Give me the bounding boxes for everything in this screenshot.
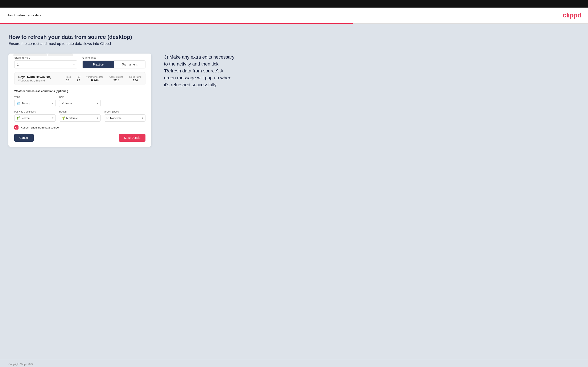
course-info-row: Royal North Devon GC, Westward Ho!, Engl… xyxy=(14,72,146,85)
holes-stat: Holes 18 xyxy=(65,75,71,82)
fairway-select[interactable]: 🌿 Normal ▼ xyxy=(14,114,56,122)
conditions-section-title: Weather and course conditions (optional) xyxy=(14,89,146,92)
course-rating-stat: Course rating 72.5 xyxy=(109,75,123,82)
refresh-checkbox-row: Refresh shots from data source xyxy=(14,125,146,130)
holes-value: 18 xyxy=(65,79,71,82)
main-content: How to refresh your data from source (de… xyxy=(0,24,588,360)
refresh-checkbox-label: Refresh shots from data source xyxy=(21,126,59,129)
rain-group: Rain ☀ None ▼ xyxy=(59,96,101,107)
fairway-label: Fairway Conditions xyxy=(14,110,56,113)
course-rating-label: Course rating xyxy=(109,75,123,78)
course-name: Royal North Devon GC, xyxy=(18,75,51,79)
refresh-checkbox[interactable] xyxy=(14,125,18,130)
course-details: Royal North Devon GC, Westward Ho!, Engl… xyxy=(18,75,51,82)
course-stats: Holes 18 Par 72 Yards/White (M)) 6,744 C… xyxy=(65,75,141,82)
rain-value: None xyxy=(65,102,94,105)
rain-select[interactable]: ☀ None ▼ xyxy=(59,100,101,107)
rough-select[interactable]: 🌱 Moderate ▼ xyxy=(59,114,101,122)
rough-label: Rough xyxy=(59,110,101,113)
slope-rating-stat: Slope rating 134 xyxy=(129,75,141,82)
starting-hole-select[interactable]: 1 xyxy=(14,60,77,68)
starting-hole-select-wrapper[interactable]: 1 ▼ xyxy=(14,60,77,68)
wind-label: Wind xyxy=(14,96,56,99)
rain-arrow-icon: ▼ xyxy=(96,102,99,105)
rain-icon: ☀ xyxy=(61,102,64,105)
page-heading: How to refresh your data from source (de… xyxy=(9,34,579,40)
form-card: Starting Hole 1 ▼ Game Type Practice Tou… xyxy=(9,54,151,147)
wind-value: Strong xyxy=(21,102,49,105)
header-title: How to refresh your data xyxy=(7,13,41,17)
practice-button[interactable]: Practice xyxy=(83,61,114,68)
par-label: Par xyxy=(77,75,80,78)
starting-hole-label: Starting Hole xyxy=(14,56,77,59)
fairway-value: Normal xyxy=(21,117,49,120)
green-speed-label: Green Speed xyxy=(104,110,146,113)
rough-icon: 🌱 xyxy=(61,116,65,120)
tournament-button[interactable]: Tournament xyxy=(114,61,145,68)
rough-arrow-icon: ▼ xyxy=(96,117,99,119)
green-speed-select[interactable]: ⟳ Moderate ▼ xyxy=(104,114,146,122)
par-value: 72 xyxy=(77,79,80,82)
par-stat: Par 72 xyxy=(77,75,80,82)
fairway-rough-green-row: Fairway Conditions 🌿 Normal ▼ Rough 🌱 Mo… xyxy=(14,110,146,122)
fairway-icon: 🌿 xyxy=(17,116,20,120)
rough-value: Moderate xyxy=(66,117,94,120)
content-area: Starting Hole 1 ▼ Game Type Practice Tou… xyxy=(9,54,579,147)
game-type-group: Game Type Practice Tournament xyxy=(82,56,146,68)
wind-icon: 💨 xyxy=(17,102,20,105)
yards-label: Yards/White (M)) xyxy=(86,75,104,78)
green-speed-arrow-icon: ▼ xyxy=(141,117,144,119)
wind-select[interactable]: 💨 Strong ▼ xyxy=(14,100,56,107)
wind-group: Wind 💨 Strong ▼ xyxy=(14,96,56,107)
slope-rating-value: 134 xyxy=(129,79,141,82)
cancel-button[interactable]: Cancel xyxy=(14,134,34,142)
green-speed-icon: ⟳ xyxy=(106,116,109,120)
fairway-arrow-icon: ▼ xyxy=(52,117,54,119)
logo: clippd xyxy=(563,11,581,19)
wind-rain-row: Wind 💨 Strong ▼ Rain ☀ None ▼ xyxy=(14,96,146,107)
side-note-text: 3) Make any extra edits necessary to the… xyxy=(164,54,235,88)
course-location: Westward Ho!, England xyxy=(18,79,51,82)
page-subheading: Ensure the correct and most up to date d… xyxy=(9,42,579,46)
save-button[interactable]: Save Details xyxy=(119,134,146,142)
holes-label: Holes xyxy=(65,75,71,78)
copyright: Copyright Clippd 2022 xyxy=(9,363,34,366)
green-speed-value: Moderate xyxy=(110,117,138,120)
header: How to refresh your data clippd xyxy=(0,8,588,23)
footer: Copyright Clippd 2022 xyxy=(0,360,588,367)
top-bar xyxy=(0,0,588,8)
yards-stat: Yards/White (M)) 6,744 xyxy=(86,75,104,82)
game-type-toggle: Practice Tournament xyxy=(82,60,146,68)
fairway-group: Fairway Conditions 🌿 Normal ▼ xyxy=(14,110,56,122)
green-speed-group: Green Speed ⟳ Moderate ▼ xyxy=(104,110,146,122)
slope-rating-label: Slope rating xyxy=(129,75,141,78)
wind-arrow-icon: ▼ xyxy=(52,102,54,105)
form-actions: Cancel Save Details xyxy=(14,134,146,142)
rough-group: Rough 🌱 Moderate ▼ xyxy=(59,110,101,122)
game-type-label: Game Type xyxy=(82,56,146,59)
side-note: 3) Make any extra edits necessary to the… xyxy=(164,54,235,88)
top-form-row: Starting Hole 1 ▼ Game Type Practice Tou… xyxy=(14,56,146,68)
course-rating-value: 72.5 xyxy=(109,79,123,82)
rain-label: Rain xyxy=(59,96,101,99)
yards-value: 6,744 xyxy=(86,79,104,82)
starting-hole-group: Starting Hole 1 ▼ xyxy=(14,56,77,68)
